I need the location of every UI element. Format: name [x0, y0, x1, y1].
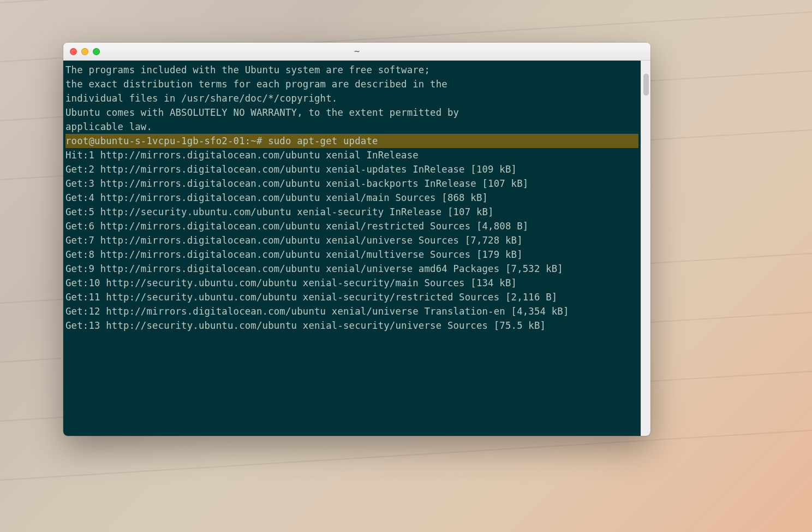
minimize-icon[interactable] [81, 48, 88, 55]
zoom-icon[interactable] [93, 48, 100, 55]
command: sudo apt-get update [268, 135, 378, 146]
apt-line: Get:6 http://mirrors.digitalocean.com/ub… [65, 219, 638, 233]
prompt: root@ubuntu-s-1vcpu-1gb-sfo2-01:~# [65, 135, 268, 146]
motd-line: the exact distribution terms for each pr… [65, 77, 638, 91]
apt-line: Get:8 http://mirrors.digitalocean.com/ub… [65, 247, 638, 262]
apt-line: Get:11 http://security.ubuntu.com/ubuntu… [65, 290, 638, 304]
titlebar[interactable]: ~ [63, 43, 650, 61]
scrollbar-thumb[interactable] [643, 74, 649, 96]
apt-line: Get:9 http://mirrors.digitalocean.com/ub… [65, 262, 638, 276]
motd-line: The programs included with the Ubuntu sy… [65, 63, 638, 77]
traffic-lights [70, 48, 100, 55]
apt-line: Get:2 http://mirrors.digitalocean.com/ub… [65, 162, 638, 176]
window-title: ~ [63, 47, 650, 56]
command-line: root@ubuntu-s-1vcpu-1gb-sfo2-01:~# sudo … [65, 134, 638, 148]
apt-line: Get:7 http://mirrors.digitalocean.com/ub… [65, 233, 638, 247]
apt-line: Get:10 http://security.ubuntu.com/ubuntu… [65, 276, 638, 290]
motd-line: applicable law. [65, 120, 638, 134]
apt-line: Get:13 http://security.ubuntu.com/ubuntu… [65, 318, 638, 333]
terminal-body: The programs included with the Ubuntu sy… [63, 61, 650, 436]
scrollbar[interactable] [641, 61, 650, 436]
close-icon[interactable] [70, 48, 77, 55]
apt-line: Get:4 http://mirrors.digitalocean.com/ub… [65, 191, 638, 205]
apt-line: Hit:1 http://mirrors.digitalocean.com/ub… [65, 148, 638, 162]
apt-line: Get:5 http://security.ubuntu.com/ubuntu … [65, 205, 638, 219]
apt-line: Get:3 http://mirrors.digitalocean.com/ub… [65, 176, 638, 191]
terminal-output[interactable]: The programs included with the Ubuntu sy… [63, 61, 641, 436]
apt-line: Get:12 http://mirrors.digitalocean.com/u… [65, 304, 638, 318]
motd-line: individual files in /usr/share/doc/*/cop… [65, 91, 638, 105]
motd-line: Ubuntu comes with ABSOLUTELY NO WARRANTY… [65, 105, 638, 120]
terminal-window: ~ The programs included with the Ubuntu … [63, 43, 650, 436]
